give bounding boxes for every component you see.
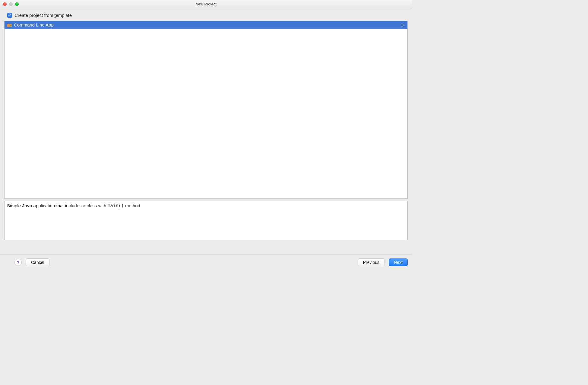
- dialog-footer: ? Cancel Previous Next: [0, 254, 412, 270]
- help-button[interactable]: ?: [14, 259, 22, 266]
- folder-icon: [7, 23, 12, 27]
- template-description: Simple Java application that includes a …: [4, 201, 408, 240]
- window-controls: [0, 2, 19, 6]
- svg-line-6: [402, 26, 402, 26]
- desc-pre: Simple: [7, 203, 22, 208]
- dialog-content: Create project from template Command Lin…: [0, 8, 412, 254]
- desc-bold: Java: [22, 203, 32, 208]
- svg-rect-0: [11, 25, 12, 27]
- svg-line-4: [404, 26, 404, 26]
- template-item-label: Command Line App: [14, 22, 54, 27]
- maximize-window-button[interactable]: [15, 2, 19, 6]
- desc-mid: application that includes a class with: [32, 203, 107, 208]
- titlebar: New Project: [0, 0, 412, 8]
- next-label: Next: [394, 260, 403, 265]
- previous-label: Previous: [363, 260, 379, 265]
- help-label: ?: [17, 260, 20, 265]
- loading-spinner-icon: [401, 23, 405, 27]
- svg-line-2: [404, 23, 404, 24]
- template-item-command-line-app[interactable]: Command Line App: [5, 21, 407, 29]
- create-from-template-row: Create project from template: [4, 12, 408, 18]
- desc-mono: main(): [108, 203, 124, 208]
- cancel-button[interactable]: Cancel: [26, 258, 49, 266]
- window-title: New Project: [0, 2, 412, 6]
- label-text-before: Create project from: [14, 13, 55, 18]
- create-from-template-checkbox[interactable]: [7, 13, 12, 18]
- close-window-button[interactable]: [3, 2, 7, 6]
- minimize-window-button[interactable]: [9, 2, 13, 6]
- cancel-label: Cancel: [31, 260, 44, 265]
- previous-button[interactable]: Previous: [358, 258, 384, 266]
- next-button[interactable]: Next: [389, 258, 408, 266]
- svg-line-8: [402, 23, 402, 24]
- template-list[interactable]: Command Line App: [4, 21, 408, 199]
- create-from-template-label[interactable]: Create project from template: [14, 13, 72, 18]
- desc-post: method: [124, 203, 140, 208]
- label-text-after: emplate: [56, 13, 72, 18]
